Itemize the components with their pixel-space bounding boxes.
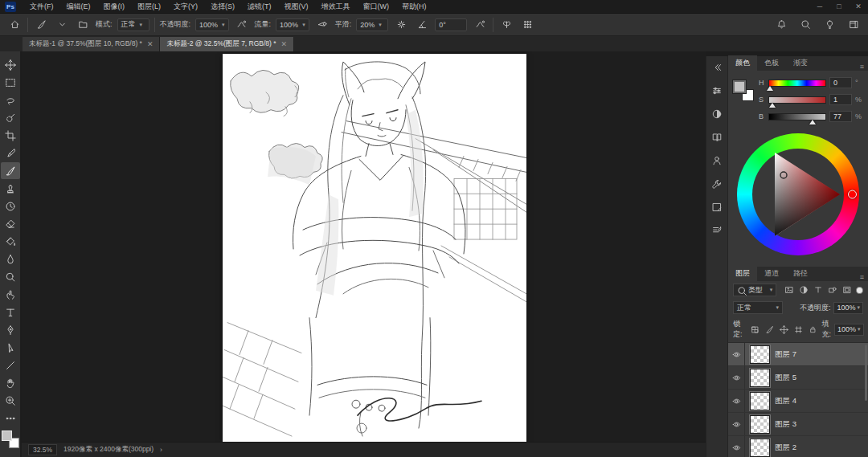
eyedropper-tool[interactable] xyxy=(1,145,20,161)
layers-panel-tab-2[interactable]: 路径 xyxy=(786,266,815,281)
hue-ring-marker[interactable] xyxy=(848,190,857,199)
layer-row-4[interactable]: 图层 2 xyxy=(728,436,868,457)
color-slider-b[interactable]: B77% xyxy=(759,111,863,122)
notifications-bell-icon[interactable] xyxy=(773,17,789,33)
layer-thumbnail[interactable] xyxy=(750,439,770,457)
panel-menu-icon[interactable]: ≡ xyxy=(856,63,868,71)
collapse-dock-icon[interactable] xyxy=(708,59,726,75)
lock-brush-icon[interactable] xyxy=(764,324,776,336)
paint-bucket-tool[interactable] xyxy=(1,233,20,250)
lock-board-icon[interactable] xyxy=(792,324,805,336)
color-panel-tab-0[interactable]: 颜色 xyxy=(728,55,757,71)
smoothing-field[interactable]: 20% ▾ xyxy=(356,18,388,31)
adjustments-panel-icon[interactable] xyxy=(708,106,726,122)
document-tab-0[interactable]: 未标题-1 @ 37.5%(图层 10, RGB/8) *✕ xyxy=(23,37,160,51)
filter-halfcircle-icon[interactable] xyxy=(797,284,809,296)
airbrush-icon[interactable] xyxy=(314,17,330,33)
brush-settings-toggle-icon[interactable] xyxy=(519,17,535,33)
color-wheel[interactable] xyxy=(737,133,859,255)
color-panel-tab-2[interactable]: 渐变 xyxy=(786,55,815,71)
menu-item-3[interactable]: 图层(L) xyxy=(132,1,166,13)
slider-track-h[interactable] xyxy=(768,80,826,87)
canvas-area[interactable]: 32.5% 1920像素 x 2400像素(300ppi) › xyxy=(22,51,706,457)
layer-visibility-eye-icon[interactable] xyxy=(728,390,745,412)
lock-move-icon[interactable] xyxy=(778,324,790,336)
menu-item-4[interactable]: 文字(Y) xyxy=(168,1,203,13)
slider-track-b[interactable] xyxy=(768,113,826,120)
line-tool[interactable] xyxy=(1,357,20,373)
color-slider-s[interactable]: S1% xyxy=(759,94,863,105)
layer-thumbnail[interactable] xyxy=(750,392,770,410)
menu-item-5[interactable]: 选择(S) xyxy=(205,1,240,13)
brush-angle-field[interactable]: 0° xyxy=(435,18,467,31)
brush-preset-chevron-icon[interactable] xyxy=(54,17,70,33)
clone-stamp-tool[interactable] xyxy=(1,180,20,197)
layer-row-3[interactable]: 图层 3 xyxy=(728,413,868,436)
brush-preset-icon[interactable] xyxy=(33,17,49,33)
move-tool[interactable] xyxy=(1,56,20,73)
search-icon[interactable] xyxy=(797,17,813,33)
menu-item-9[interactable]: 窗口(W) xyxy=(358,1,395,13)
toggle-brush-panel-icon[interactable] xyxy=(75,17,91,33)
lock-padlock-icon[interactable] xyxy=(807,324,819,336)
layer-thumbnail[interactable] xyxy=(750,345,770,364)
history-brush-tool[interactable] xyxy=(1,198,20,214)
tool-presets-panel-icon[interactable] xyxy=(708,176,726,192)
layer-row-1[interactable]: 图层 5 xyxy=(728,366,868,390)
pressure-size-icon[interactable] xyxy=(472,17,488,33)
layer-row-0[interactable]: 图层 7 xyxy=(728,343,868,366)
lock-checker-icon[interactable] xyxy=(749,324,761,336)
filter-smart-icon[interactable] xyxy=(841,284,853,296)
minimize-button[interactable]: ─ xyxy=(810,0,829,13)
menu-item-6[interactable]: 滤镜(T) xyxy=(242,1,277,13)
panel-menu-icon[interactable]: ≡ xyxy=(856,273,868,281)
workspace-switcher-icon[interactable] xyxy=(845,17,862,33)
color-swatches[interactable] xyxy=(733,80,754,101)
discover-bulb-icon[interactable] xyxy=(821,17,837,33)
slider-handle[interactable] xyxy=(769,103,776,108)
slider-handle[interactable] xyxy=(809,120,816,124)
layer-blend-mode-select[interactable]: 正常 ▾ xyxy=(733,301,783,314)
sv-triangle[interactable] xyxy=(737,133,859,255)
layer-visibility-eye-icon[interactable] xyxy=(728,366,745,389)
crop-tool[interactable] xyxy=(1,127,20,144)
flow-field[interactable]: 100% ▾ xyxy=(276,18,309,31)
layer-visibility-eye-icon[interactable] xyxy=(728,343,745,365)
properties-panel-icon[interactable] xyxy=(708,83,726,99)
layer-fill-field[interactable]: 100% ▾ xyxy=(834,324,864,336)
blend-mode-select[interactable]: 正常 ▾ xyxy=(117,18,149,31)
home-icon[interactable] xyxy=(6,17,23,33)
menu-item-2[interactable]: 图像(I) xyxy=(98,1,131,13)
color-panel-tab-1[interactable]: 色板 xyxy=(757,55,786,71)
color-slider-h[interactable]: H0° xyxy=(759,77,863,88)
foreground-color-swatch[interactable] xyxy=(733,80,746,93)
zoom-tool[interactable] xyxy=(1,392,20,409)
path-selection-tool[interactable] xyxy=(1,339,20,356)
smudge-tool[interactable] xyxy=(1,286,20,303)
menu-item-8[interactable]: 增效工具 xyxy=(316,1,356,13)
pen-tool[interactable] xyxy=(1,321,20,338)
maximize-button[interactable]: □ xyxy=(829,0,849,13)
dodge-tool[interactable] xyxy=(1,268,20,285)
layer-thumbnail[interactable] xyxy=(750,415,770,434)
slider-value-b[interactable]: 77 xyxy=(829,111,852,122)
layer-list-scrollbar[interactable] xyxy=(865,345,867,401)
layer-visibility-eye-icon[interactable] xyxy=(728,413,745,435)
menu-item-10[interactable]: 帮助(H) xyxy=(396,1,432,13)
quick-selection-tool[interactable] xyxy=(1,109,20,126)
slider-handle[interactable] xyxy=(767,86,773,91)
foreground-color-swatch[interactable] xyxy=(2,430,12,441)
layers-panel-tab-1[interactable]: 通道 xyxy=(757,266,786,281)
layer-visibility-eye-icon[interactable] xyxy=(728,436,745,457)
brush-settings-panel-icon[interactable] xyxy=(708,222,726,239)
opacity-field[interactable]: 100% ▾ xyxy=(195,18,229,31)
slider-value-s[interactable]: 1 xyxy=(829,94,852,105)
lasso-tool[interactable] xyxy=(1,92,20,108)
tab-close-icon[interactable]: ✕ xyxy=(147,40,154,48)
tab-close-icon[interactable]: ✕ xyxy=(281,40,288,48)
styles-panel-icon[interactable] xyxy=(708,199,726,215)
hand-tool[interactable] xyxy=(1,374,20,391)
filter-shapef-icon[interactable] xyxy=(826,284,838,296)
edit-toolbar[interactable] xyxy=(1,410,20,426)
filter-Tf-icon[interactable] xyxy=(812,284,824,296)
